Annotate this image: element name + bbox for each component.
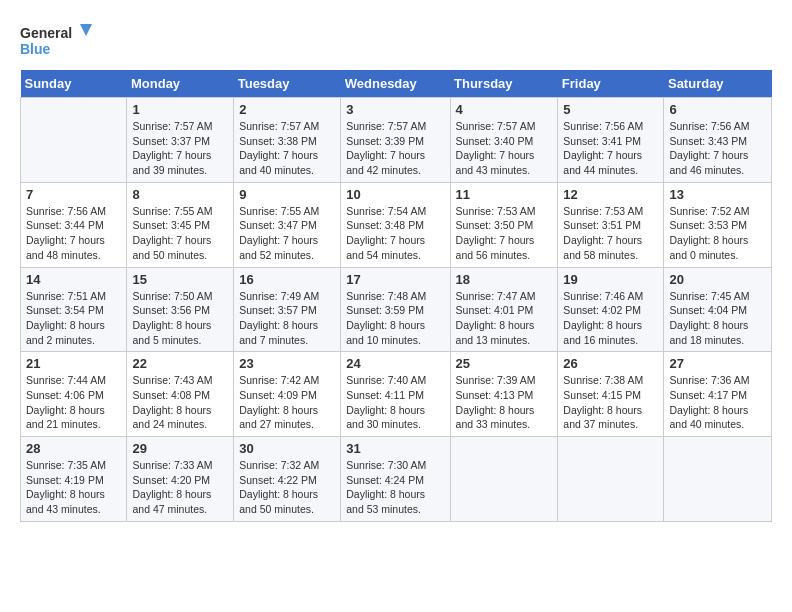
day-info: Sunrise: 7:45 AM Sunset: 4:04 PM Dayligh…: [669, 289, 766, 348]
day-number: 5: [563, 102, 658, 117]
day-number: 14: [26, 272, 121, 287]
calendar-cell: 4Sunrise: 7:57 AM Sunset: 3:40 PM Daylig…: [450, 98, 558, 183]
day-info: Sunrise: 7:39 AM Sunset: 4:13 PM Dayligh…: [456, 373, 553, 432]
day-info: Sunrise: 7:40 AM Sunset: 4:11 PM Dayligh…: [346, 373, 444, 432]
day-info: Sunrise: 7:53 AM Sunset: 3:51 PM Dayligh…: [563, 204, 658, 263]
calendar-cell: 14Sunrise: 7:51 AM Sunset: 3:54 PM Dayli…: [21, 267, 127, 352]
calendar-week-row: 1Sunrise: 7:57 AM Sunset: 3:37 PM Daylig…: [21, 98, 772, 183]
day-number: 20: [669, 272, 766, 287]
day-number: 17: [346, 272, 444, 287]
day-info: Sunrise: 7:55 AM Sunset: 3:45 PM Dayligh…: [132, 204, 228, 263]
day-number: 29: [132, 441, 228, 456]
day-info: Sunrise: 7:57 AM Sunset: 3:40 PM Dayligh…: [456, 119, 553, 178]
calendar-cell: 1Sunrise: 7:57 AM Sunset: 3:37 PM Daylig…: [127, 98, 234, 183]
day-number: 15: [132, 272, 228, 287]
day-info: Sunrise: 7:36 AM Sunset: 4:17 PM Dayligh…: [669, 373, 766, 432]
calendar-cell: 25Sunrise: 7:39 AM Sunset: 4:13 PM Dayli…: [450, 352, 558, 437]
day-info: Sunrise: 7:56 AM Sunset: 3:44 PM Dayligh…: [26, 204, 121, 263]
header-day-thursday: Thursday: [450, 70, 558, 98]
day-number: 21: [26, 356, 121, 371]
day-number: 2: [239, 102, 335, 117]
day-number: 28: [26, 441, 121, 456]
calendar-cell: 30Sunrise: 7:32 AM Sunset: 4:22 PM Dayli…: [234, 437, 341, 522]
day-info: Sunrise: 7:48 AM Sunset: 3:59 PM Dayligh…: [346, 289, 444, 348]
day-info: Sunrise: 7:56 AM Sunset: 3:41 PM Dayligh…: [563, 119, 658, 178]
day-info: Sunrise: 7:47 AM Sunset: 4:01 PM Dayligh…: [456, 289, 553, 348]
calendar-cell: 12Sunrise: 7:53 AM Sunset: 3:51 PM Dayli…: [558, 182, 664, 267]
day-info: Sunrise: 7:35 AM Sunset: 4:19 PM Dayligh…: [26, 458, 121, 517]
calendar-cell: 13Sunrise: 7:52 AM Sunset: 3:53 PM Dayli…: [664, 182, 772, 267]
day-info: Sunrise: 7:42 AM Sunset: 4:09 PM Dayligh…: [239, 373, 335, 432]
day-number: 9: [239, 187, 335, 202]
day-info: Sunrise: 7:57 AM Sunset: 3:37 PM Dayligh…: [132, 119, 228, 178]
day-info: Sunrise: 7:54 AM Sunset: 3:48 PM Dayligh…: [346, 204, 444, 263]
calendar-cell: 21Sunrise: 7:44 AM Sunset: 4:06 PM Dayli…: [21, 352, 127, 437]
calendar-cell: 9Sunrise: 7:55 AM Sunset: 3:47 PM Daylig…: [234, 182, 341, 267]
calendar-cell: 5Sunrise: 7:56 AM Sunset: 3:41 PM Daylig…: [558, 98, 664, 183]
day-number: 11: [456, 187, 553, 202]
day-info: Sunrise: 7:57 AM Sunset: 3:39 PM Dayligh…: [346, 119, 444, 178]
calendar-cell: 16Sunrise: 7:49 AM Sunset: 3:57 PM Dayli…: [234, 267, 341, 352]
day-number: 19: [563, 272, 658, 287]
svg-text:General: General: [20, 25, 72, 41]
day-number: 26: [563, 356, 658, 371]
calendar-cell: 28Sunrise: 7:35 AM Sunset: 4:19 PM Dayli…: [21, 437, 127, 522]
day-number: 10: [346, 187, 444, 202]
day-info: Sunrise: 7:43 AM Sunset: 4:08 PM Dayligh…: [132, 373, 228, 432]
calendar-cell: 8Sunrise: 7:55 AM Sunset: 3:45 PM Daylig…: [127, 182, 234, 267]
day-info: Sunrise: 7:32 AM Sunset: 4:22 PM Dayligh…: [239, 458, 335, 517]
header-day-saturday: Saturday: [664, 70, 772, 98]
header-day-wednesday: Wednesday: [341, 70, 450, 98]
calendar-week-row: 21Sunrise: 7:44 AM Sunset: 4:06 PM Dayli…: [21, 352, 772, 437]
day-number: 27: [669, 356, 766, 371]
calendar-cell: 17Sunrise: 7:48 AM Sunset: 3:59 PM Dayli…: [341, 267, 450, 352]
day-info: Sunrise: 7:53 AM Sunset: 3:50 PM Dayligh…: [456, 204, 553, 263]
page-header: GeneralBlue: [20, 20, 772, 60]
header-day-sunday: Sunday: [21, 70, 127, 98]
calendar-cell: 7Sunrise: 7:56 AM Sunset: 3:44 PM Daylig…: [21, 182, 127, 267]
day-info: Sunrise: 7:46 AM Sunset: 4:02 PM Dayligh…: [563, 289, 658, 348]
day-number: 3: [346, 102, 444, 117]
day-info: Sunrise: 7:49 AM Sunset: 3:57 PM Dayligh…: [239, 289, 335, 348]
calendar-cell: [664, 437, 772, 522]
day-info: Sunrise: 7:50 AM Sunset: 3:56 PM Dayligh…: [132, 289, 228, 348]
calendar-header-row: SundayMondayTuesdayWednesdayThursdayFrid…: [21, 70, 772, 98]
calendar-cell: 3Sunrise: 7:57 AM Sunset: 3:39 PM Daylig…: [341, 98, 450, 183]
day-number: 24: [346, 356, 444, 371]
day-number: 31: [346, 441, 444, 456]
day-info: Sunrise: 7:38 AM Sunset: 4:15 PM Dayligh…: [563, 373, 658, 432]
logo: GeneralBlue: [20, 20, 100, 60]
calendar-cell: [558, 437, 664, 522]
svg-marker-2: [80, 24, 92, 36]
calendar-table: SundayMondayTuesdayWednesdayThursdayFrid…: [20, 70, 772, 522]
calendar-cell: 27Sunrise: 7:36 AM Sunset: 4:17 PM Dayli…: [664, 352, 772, 437]
day-info: Sunrise: 7:30 AM Sunset: 4:24 PM Dayligh…: [346, 458, 444, 517]
calendar-week-row: 14Sunrise: 7:51 AM Sunset: 3:54 PM Dayli…: [21, 267, 772, 352]
day-number: 22: [132, 356, 228, 371]
calendar-cell: 20Sunrise: 7:45 AM Sunset: 4:04 PM Dayli…: [664, 267, 772, 352]
calendar-cell: 31Sunrise: 7:30 AM Sunset: 4:24 PM Dayli…: [341, 437, 450, 522]
day-number: 16: [239, 272, 335, 287]
calendar-cell: 15Sunrise: 7:50 AM Sunset: 3:56 PM Dayli…: [127, 267, 234, 352]
day-number: 25: [456, 356, 553, 371]
header-day-tuesday: Tuesday: [234, 70, 341, 98]
day-number: 4: [456, 102, 553, 117]
day-number: 7: [26, 187, 121, 202]
calendar-cell: 24Sunrise: 7:40 AM Sunset: 4:11 PM Dayli…: [341, 352, 450, 437]
calendar-week-row: 28Sunrise: 7:35 AM Sunset: 4:19 PM Dayli…: [21, 437, 772, 522]
calendar-cell: 22Sunrise: 7:43 AM Sunset: 4:08 PM Dayli…: [127, 352, 234, 437]
calendar-cell: 6Sunrise: 7:56 AM Sunset: 3:43 PM Daylig…: [664, 98, 772, 183]
day-number: 6: [669, 102, 766, 117]
day-number: 12: [563, 187, 658, 202]
day-info: Sunrise: 7:55 AM Sunset: 3:47 PM Dayligh…: [239, 204, 335, 263]
calendar-cell: 26Sunrise: 7:38 AM Sunset: 4:15 PM Dayli…: [558, 352, 664, 437]
day-info: Sunrise: 7:56 AM Sunset: 3:43 PM Dayligh…: [669, 119, 766, 178]
svg-text:Blue: Blue: [20, 41, 51, 57]
calendar-cell: 29Sunrise: 7:33 AM Sunset: 4:20 PM Dayli…: [127, 437, 234, 522]
calendar-cell: 11Sunrise: 7:53 AM Sunset: 3:50 PM Dayli…: [450, 182, 558, 267]
header-day-friday: Friday: [558, 70, 664, 98]
header-day-monday: Monday: [127, 70, 234, 98]
day-info: Sunrise: 7:52 AM Sunset: 3:53 PM Dayligh…: [669, 204, 766, 263]
day-number: 8: [132, 187, 228, 202]
day-info: Sunrise: 7:33 AM Sunset: 4:20 PM Dayligh…: [132, 458, 228, 517]
